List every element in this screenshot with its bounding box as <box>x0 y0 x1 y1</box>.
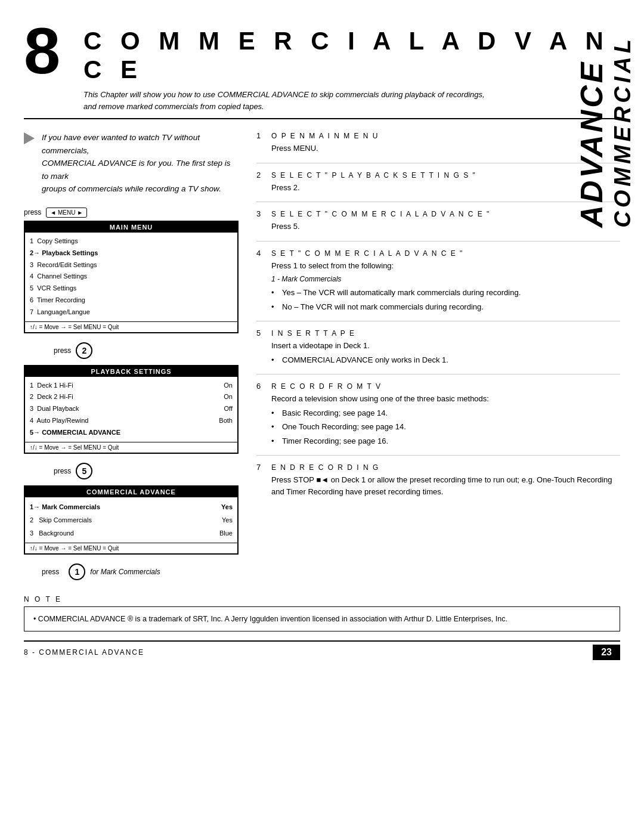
step-4-title: S E T " C O M M E R C I A L A D V A N C … <box>271 249 463 258</box>
menu-button: ◄ MENU ► <box>46 208 87 218</box>
bullet-dot-6-2: • <box>271 421 278 433</box>
menu-item-7: 7 Language/Langue <box>30 307 233 318</box>
step-3-header: 3 S E L E C T " C O M M E R C I A L A D … <box>256 209 620 218</box>
step-4-number: 4 <box>256 249 265 258</box>
playback-item-4: 4 Auto Play/RewindBoth <box>30 415 233 427</box>
playback-menu-container: PLAYBACK SETTINGS 1 Deck 1 Hi-FiOn 2 Dec… <box>24 365 239 454</box>
step-6-bullet-1-text: Basic Recording; see page 14. <box>282 407 388 419</box>
side-text-advance: ADVANCE <box>574 60 609 227</box>
menu-item-1: 1 Copy Settings <box>30 236 233 247</box>
playback-item-2: 2 Deck 2 Hi-FiOn <box>30 391 233 403</box>
left-column: If you have ever wanted to watch TV with… <box>24 131 250 583</box>
bullet-dot-2: • <box>271 301 278 313</box>
header-section: 8 C O M M E R C I A L A D V A N C E This… <box>24 0 620 119</box>
footer-page-number: 23 <box>593 645 620 660</box>
playback-item-1: 1 Deck 1 Hi-FiOn <box>30 380 233 392</box>
steps-section: 1 O P E N M A I N M E N U Press MENU. 2 … <box>256 131 620 506</box>
step-5: 5 I N S E R T T A P E Insert a videotape… <box>256 329 620 374</box>
note-label: N O T E <box>24 595 620 603</box>
playback-item-3: 3 Dual PlaybackOff <box>30 403 233 415</box>
step-3-title: S E L E C T " C O M M E R C I A L A D V … <box>271 210 490 218</box>
menu-item-2: 2→ Playback Settings <box>30 247 233 259</box>
step-4: 4 S E T " C O M M E R C I A L A D V A N … <box>256 249 620 322</box>
step-3-body: Press 5. <box>256 221 620 233</box>
playback-menu-footer-text: ↑/↓ = Move → = Sel MENU = Quit <box>30 444 119 451</box>
commercial-item-3: 3 BackgroundBlue <box>30 527 233 540</box>
intro-arrow-icon <box>24 132 35 144</box>
commercial-item-1: 1→ Mark CommercialsYes <box>30 500 233 513</box>
step-5-header: 5 I N S E R T T A P E <box>256 329 620 338</box>
step-5-text: Insert a videotape in Deck 1. <box>271 340 620 352</box>
menu-item-4: 4 Channel Settings <box>30 271 233 283</box>
step-5-title: I N S E R T T A P E <box>271 329 355 338</box>
step-1-header: 1 O P E N M A I N M E N U <box>256 131 620 140</box>
step-2-title: S E L E C T " P L A Y B A C K S E T T I … <box>271 171 476 179</box>
playback-menu-box: PLAYBACK SETTINGS 1 Deck 1 Hi-FiOn 2 Dec… <box>24 365 239 454</box>
step-7-header: 7 E N D R E C O R D I N G <box>256 463 620 472</box>
press-5-circle: 5 <box>76 463 92 479</box>
press-label-5: press <box>54 467 71 475</box>
side-vertical-text: ADVANCE COMMERCIAL <box>576 36 638 228</box>
step-5-bullet-1: • COMMERCIAL ADVANCE only works in Deck … <box>271 354 620 366</box>
main-menu-footer-text: ↑/↓ = Move → = Sel MENU = Quit <box>30 324 119 330</box>
press-label-1: press <box>24 208 41 216</box>
press-5-row: press 5 <box>24 463 239 479</box>
for-mark-label: for Mark Commercials <box>90 568 160 576</box>
press-2-circle: 2 <box>76 342 92 359</box>
step-4-bullet-1-text: Yes – The VCR will automatically mark co… <box>282 287 521 299</box>
step-1-body: Press MENU. <box>256 143 620 154</box>
commercial-item-2: 2 Skip CommercialsYes <box>30 513 233 527</box>
step-1: 1 O P E N M A I N M E N U Press MENU. <box>256 131 620 163</box>
chapter-subtitle: This Chapter will show you how to use CO… <box>83 89 489 112</box>
step-6-bullet-2: • One Touch Recording; see page 14. <box>271 421 620 433</box>
main-menu-header: MAIN MENU <box>25 222 237 233</box>
note-list: COMMERCIAL ADVANCE ® is a trademark of S… <box>33 613 611 625</box>
note-item-1: COMMERCIAL ADVANCE ® is a trademark of S… <box>33 613 611 625</box>
chapter-number: 8 <box>24 18 83 118</box>
main-content: If you have ever wanted to watch TV with… <box>24 119 620 583</box>
menu-item-5: 5 VCR Settings <box>30 283 233 295</box>
footer: 8 - COMMERCIAL ADVANCE 23 <box>24 640 620 660</box>
step-1-number: 1 <box>256 131 265 140</box>
step-2-number: 2 <box>256 171 265 179</box>
step-7: 7 E N D R E C O R D I N G Press STOP ■◄ … <box>256 463 620 506</box>
playback-menu-footer: ↑/↓ = Move → = Sel MENU = Quit <box>25 442 237 453</box>
footer-text: 8 - COMMERCIAL ADVANCE <box>24 648 593 657</box>
playback-menu-header: PLAYBACK SETTINGS <box>25 366 237 377</box>
step-1-title: O P E N M A I N M E N U <box>271 132 379 140</box>
side-text-commercial: COMMERCIAL <box>610 36 635 228</box>
step-3-number: 3 <box>256 209 265 218</box>
step-4-text: Press 1 to select from the following: <box>271 260 620 272</box>
step-6-bullet-3: • Timer Recording; see page 16. <box>271 435 620 447</box>
commercial-menu-footer-text: ↑/↓ = Move → = Sel MENU = Quit <box>30 545 119 552</box>
menu-item-6: 6 Timer Recording <box>30 295 233 307</box>
commercial-menu-header: COMMERCIAL ADVANCE <box>25 487 237 497</box>
press-menu-row: press ◄ MENU ► <box>24 208 239 218</box>
step-6-bullet-1: • Basic Recording; see page 14. <box>271 407 620 419</box>
intro-text: If you have ever wanted to watch TV with… <box>24 131 239 196</box>
step-4-body: Press 1 to select from the following: 1 … <box>256 260 620 313</box>
step-4-bullet-2-text: No – The VCR will not mark commercials d… <box>282 301 484 313</box>
main-menu-box: MAIN MENU 1 Copy Settings 2→ Playback Se… <box>24 221 239 333</box>
step-5-number: 5 <box>256 329 265 338</box>
step-6-number: 6 <box>256 382 265 391</box>
step-3: 3 S E L E C T " C O M M E R C I A L A D … <box>256 209 620 242</box>
step-2-header: 2 S E L E C T " P L A Y B A C K S E T T … <box>256 171 620 179</box>
step-4-bullet-2: • No – The VCR will not mark commercials… <box>271 301 620 313</box>
step-2: 2 S E L E C T " P L A Y B A C K S E T T … <box>256 171 620 203</box>
step-2-text: Press 2. <box>271 182 620 194</box>
press-2-row: press 2 <box>24 342 239 359</box>
step-7-number: 7 <box>256 463 265 472</box>
main-menu-container: press ◄ MENU ► MAIN MENU 1 Copy Settings… <box>24 208 239 333</box>
step-3-text: Press 5. <box>271 221 620 233</box>
intro-line3: groups of commercials while recording a … <box>42 184 221 193</box>
bullet-dot-1: • <box>271 287 278 299</box>
intro-line1: If you have ever wanted to watch TV with… <box>42 133 200 155</box>
step-5-body: Insert a videotape in Deck 1. • COMMERCI… <box>256 340 620 366</box>
main-menu-body: 1 Copy Settings 2→ Playback Settings 3 R… <box>25 233 237 321</box>
step-6-title: R E C O R D F R O M T V <box>271 382 382 391</box>
step-6-bullet-2-text: One Touch Recording; see page 14. <box>282 421 406 433</box>
header-right: C O M M E R C I A L A D V A N C E This C… <box>83 18 620 118</box>
step-6-text: Record a television show using one of th… <box>271 393 620 405</box>
bullet-dot-6-1: • <box>271 407 278 419</box>
